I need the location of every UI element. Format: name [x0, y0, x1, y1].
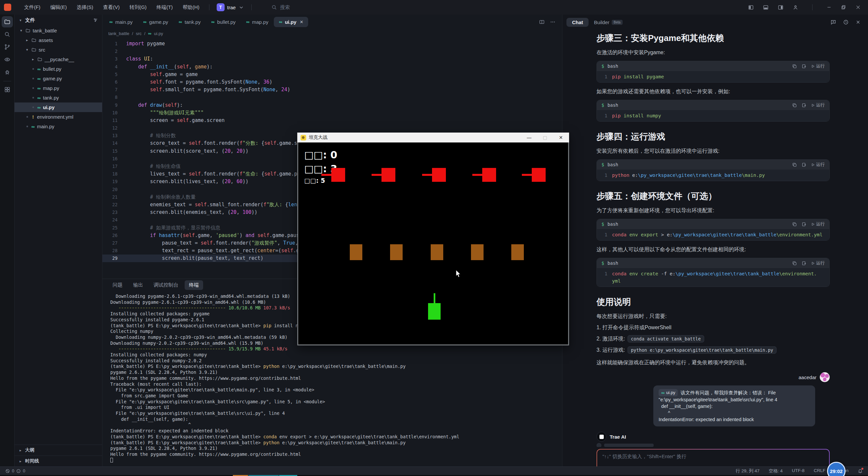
filter-icon[interactable]: [93, 18, 98, 23]
user-avatar: [820, 372, 830, 382]
chevron-down-icon[interactable]: ▾: [19, 18, 23, 23]
editor-tab-ui.py[interactable]: ∞ui.py✕: [274, 17, 308, 27]
trae-ai-avatar: [596, 432, 607, 442]
run-button[interactable]: 运行: [811, 63, 825, 69]
status-item[interactable]: CRLF: [814, 468, 826, 474]
tab-builder[interactable]: Builder Beta: [594, 20, 622, 25]
panel-tab-问题[interactable]: 问题: [108, 280, 127, 290]
breadcrumb-folder[interactable]: tank_battle: [108, 31, 129, 36]
code-block-body: 1pip install numpy: [597, 110, 829, 121]
code-token: ----------------------------------------: [118, 346, 225, 351]
game-canvas[interactable]: □□: 0□□: 3□□: 5: [298, 143, 568, 345]
panel-tab-终端[interactable]: 终端: [185, 280, 203, 290]
file-chip[interactable]: ∞ui.py: [659, 389, 678, 396]
global-search[interactable]: 搜索: [272, 4, 290, 10]
app-logo-icon[interactable]: [4, 4, 11, 11]
tree-item-assets[interactable]: ▸assets: [14, 35, 102, 45]
status-item[interactable]: 行 29, 列 47: [736, 468, 760, 474]
copy-icon[interactable]: [792, 261, 797, 266]
code-language: bash: [608, 221, 618, 227]
status-item[interactable]: UTF-8: [792, 468, 804, 474]
tree-item-game.py[interactable]: ∞game.py: [14, 74, 102, 83]
history-icon[interactable]: [843, 19, 849, 25]
close-button[interactable]: [856, 5, 861, 10]
chat-scroll-area[interactable]: 步骤三：安装Pygame和其他依赖在激活的环境中安装Pygame:$bash运行…: [562, 30, 868, 467]
game-close-button[interactable]: ✕: [558, 135, 564, 140]
pygame-window[interactable]: 坦克大战 — ▢ ✕ □□: 0□□: 3□□: 5: [297, 132, 569, 346]
insert-code-icon[interactable]: [802, 222, 807, 227]
workspace-switcher[interactable]: T trae: [214, 2, 247, 12]
notifications-bell[interactable]: [858, 468, 863, 473]
activity-source-control[interactable]: [2, 41, 13, 53]
close-panel-icon[interactable]: [856, 20, 861, 25]
tree-item-map.py[interactable]: ∞map.py: [14, 83, 102, 93]
editor-tab-game.py[interactable]: ∞game.py: [138, 17, 174, 27]
menu-终端(T)[interactable]: 终端(T): [152, 3, 178, 12]
code-token: conda: [263, 434, 277, 439]
python-file-icon: ∞: [37, 77, 41, 81]
editor-tab-main.py[interactable]: ∞main.py: [104, 17, 138, 27]
insert-code-icon[interactable]: [802, 162, 807, 167]
copy-icon[interactable]: [792, 222, 797, 227]
copy-icon[interactable]: [792, 103, 797, 108]
toggle-panel-icon[interactable]: [763, 5, 769, 10]
editor-tab-tank.py[interactable]: ∞tank.py: [174, 17, 206, 27]
run-button[interactable]: 运行: [811, 221, 825, 227]
code-token: ,: [230, 179, 237, 184]
code-token: "游戏暂停": [251, 240, 277, 246]
problems-status[interactable]: 0 0: [5, 468, 25, 473]
tab-chat[interactable]: Chat: [566, 18, 589, 27]
toggle-right-sidebar-icon[interactable]: [778, 5, 783, 10]
game-maximize-button[interactable]: ▢: [542, 135, 548, 140]
toggle-left-sidebar-icon[interactable]: [748, 5, 754, 10]
editor-tab-bullet.py[interactable]: ∞bullet.py: [206, 17, 241, 27]
status-item[interactable]: 空格: 4: [769, 468, 782, 474]
tree-item-tank.py[interactable]: ∞tank.py: [14, 93, 102, 102]
menu-选择(S)[interactable]: 选择(S): [72, 3, 98, 12]
breadcrumb[interactable]: tank_battle / src / ∞ ui.py: [102, 29, 562, 38]
menu-帮助(H)[interactable]: 帮助(H): [178, 3, 205, 12]
activity-explorer[interactable]: [2, 16, 13, 27]
run-button[interactable]: 运行: [811, 161, 825, 168]
activity-search[interactable]: [2, 29, 13, 40]
more-actions-icon[interactable]: [550, 19, 556, 25]
minimize-button[interactable]: [826, 5, 832, 10]
tree-item-bullet.py[interactable]: ∞bullet.py: [14, 64, 102, 74]
account-icon[interactable]: [793, 5, 798, 10]
chat-input[interactable]: "↑↓" 切换历史输入，"Shift+Enter" 换行 #引用 图片 Clau…: [597, 450, 829, 467]
editor-tab-map.py[interactable]: ∞map.py: [241, 17, 273, 27]
panel-tab-输出[interactable]: 输出: [129, 280, 147, 290]
copy-icon[interactable]: [792, 64, 797, 69]
run-button[interactable]: 运行: [811, 260, 825, 266]
restore-button[interactable]: [841, 5, 846, 10]
tab-label: ui.py: [285, 19, 296, 25]
tree-item-main.py[interactable]: ∞main.py: [14, 122, 102, 131]
split-editor-icon[interactable]: [539, 19, 545, 25]
close-tab-icon[interactable]: ✕: [300, 20, 303, 25]
tree-item-__pycache__[interactable]: ▸__pycache__: [14, 55, 102, 64]
menu-文件(F)[interactable]: 文件(F): [19, 3, 45, 12]
game-title-bar[interactable]: 坦克大战 — ▢ ✕: [297, 132, 569, 143]
activity-debug[interactable]: [2, 66, 13, 78]
menu-转到(G)[interactable]: 转到(G): [125, 3, 152, 12]
copy-icon[interactable]: [792, 162, 797, 167]
insert-code-icon[interactable]: [802, 103, 807, 108]
menu-查看(V)[interactable]: 查看(V): [98, 3, 125, 12]
tree-item-tank_battle[interactable]: ▾tank_battle: [14, 26, 102, 35]
insert-code-icon[interactable]: [802, 64, 807, 69]
activity-preview[interactable]: [2, 54, 13, 65]
breadcrumb-file[interactable]: ui.py: [154, 31, 163, 36]
game-minimize-button[interactable]: —: [526, 135, 532, 140]
tree-item-ui.py[interactable]: ∞ui.py: [14, 102, 102, 112]
timeline-section[interactable]: ▸ 时间线: [14, 455, 102, 467]
outline-section[interactable]: ▸ 大纲: [14, 445, 102, 455]
new-chat-icon[interactable]: [830, 19, 836, 25]
breadcrumb-folder[interactable]: src: [136, 31, 142, 36]
menu-编辑(E)[interactable]: 编辑(E): [45, 3, 72, 12]
panel-tab-调试控制台[interactable]: 调试控制台: [149, 280, 183, 290]
activity-extensions[interactable]: [2, 84, 13, 95]
insert-code-icon[interactable]: [802, 261, 807, 266]
run-button[interactable]: 运行: [811, 102, 825, 108]
tree-item-environment.yml[interactable]: !environment.yml: [14, 112, 102, 122]
tree-item-src[interactable]: ▾src: [14, 45, 102, 55]
